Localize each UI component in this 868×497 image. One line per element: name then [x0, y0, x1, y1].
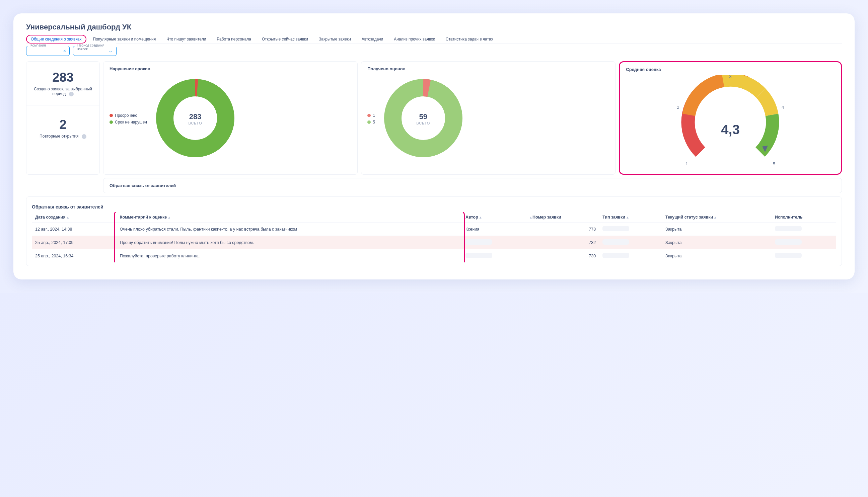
filter-company[interactable]: Компания ×: [26, 46, 70, 56]
col-date[interactable]: Дата создания▲: [32, 212, 116, 223]
tab-закрытые-заявки[interactable]: Закрытые заявки: [315, 35, 355, 43]
cell-comment: Прошу обратить внимание! Полы нужно мыть…: [116, 236, 462, 249]
cell-comment: Пожалуйста, проверьте работу клининга.: [116, 249, 462, 263]
page-title: Универсальный дашборд УК: [26, 23, 842, 31]
gauge-tick-4: 4: [782, 105, 784, 110]
legend-label: Срок не нарушен: [115, 120, 147, 125]
cards-grid: 283 Создано заявок, за выбранный период …: [26, 61, 842, 175]
cell-status: Закрыта: [662, 223, 772, 236]
cell-author: [462, 236, 525, 249]
gauge-tick-2: 2: [677, 105, 679, 110]
cell-status: Закрыта: [662, 236, 772, 249]
cell-assignee: [772, 223, 836, 236]
legend-swatch: [367, 114, 371, 117]
legend-swatch: [367, 120, 371, 124]
cell-assignee: [772, 249, 836, 263]
tab-анализ-прочих-заявок[interactable]: Анализ прочих заявок: [390, 35, 439, 43]
card-ratings-title: Получено оценок: [367, 66, 609, 71]
table-row[interactable]: 25 апр., 2024, 17:09Прошу обратить внима…: [32, 236, 836, 249]
legend-item: 1: [367, 113, 375, 118]
cell-comment: Очень плохо убираться стали. Пыль, фанти…: [116, 223, 462, 236]
tab-открытые-сейчас-заявки[interactable]: Открытые сейчас заявки: [258, 35, 312, 43]
legend-label: Просрочено: [115, 113, 137, 118]
info-icon[interactable]: i: [69, 92, 74, 96]
card-violation-title: Нарушение сроков: [110, 66, 351, 71]
ratings-total: 59: [416, 112, 430, 121]
card-ratings: Получено оценок 15 59 ВСЕГО: [361, 61, 616, 175]
table-row[interactable]: 25 апр., 2024, 16:34Пожалуйста, проверьт…: [32, 249, 836, 263]
ratings-legend: 15: [367, 113, 375, 125]
sort-icon: ▲: [479, 215, 482, 219]
legend-label: 1: [373, 113, 375, 118]
col-number[interactable]: ▲Номер заявки: [525, 212, 599, 223]
gauge-tick-5: 5: [773, 161, 775, 166]
cell-type: [599, 249, 662, 263]
cell-type: [599, 223, 662, 236]
cell-number: 732: [525, 236, 599, 249]
legend-item: Срок не нарушен: [110, 120, 147, 125]
legend-label: 5: [373, 120, 375, 125]
tab-автозадачи[interactable]: Автозадачи: [358, 35, 388, 43]
sort-icon: ▲: [714, 215, 717, 219]
sort-icon: ▲: [626, 215, 629, 219]
sort-icon: ▲: [529, 215, 532, 219]
sort-icon: ▲: [66, 215, 69, 219]
cell-author: [462, 249, 525, 263]
legend-swatch: [110, 120, 113, 124]
violation-total: 283: [188, 112, 202, 121]
cell-status: Закрыта: [662, 249, 772, 263]
violation-legend: ПросроченоСрок не нарушен: [110, 113, 147, 125]
gauge: 4,3 1 2 3 4 5: [677, 75, 784, 169]
cell-number: 778: [525, 223, 599, 236]
tab-общие-сведения-о-заявках[interactable]: Общие сведения о заявках: [26, 35, 86, 43]
legend-swatch: [110, 114, 113, 117]
card-stats: 283 Создано заявок, за выбранный период …: [26, 61, 100, 175]
tab-работа-персонала[interactable]: Работа персонала: [213, 35, 255, 43]
filters-row: Компания × Период создания заявок ↻: [26, 46, 842, 56]
filter-period[interactable]: Период создания заявок ↻: [73, 46, 116, 56]
legend-item: 5: [367, 120, 375, 125]
cell-date: 25 апр., 2024, 16:34: [32, 249, 116, 263]
filter-period-label: Период создания заявок: [76, 43, 116, 51]
stat-created-value: 283: [52, 70, 73, 85]
close-icon[interactable]: ×: [63, 48, 66, 54]
cell-number: 730: [525, 249, 599, 263]
col-type[interactable]: Тип заявки▲: [599, 212, 662, 223]
cell-date: 12 авг., 2024, 14:38: [32, 223, 116, 236]
app-frame: Универсальный дашборд УК Общие сведения …: [13, 13, 855, 280]
stat-created-label: Создано заявок, за выбранный период i: [30, 87, 96, 96]
col-author[interactable]: Автор▲: [462, 212, 525, 223]
card-avg-rating-title: Средняя оценка: [626, 67, 835, 72]
legend-item: Просрочено: [110, 113, 147, 118]
gauge-value: 4,3: [721, 122, 740, 137]
stat-reopened-label: Повторные открытия i: [40, 134, 86, 139]
stat-reopened: 2 Повторные открытия i: [26, 109, 99, 147]
feedback-section-title: Обратная связь от заявителей: [32, 204, 836, 210]
feedback-section: Обратная связь от заявителей Дата создан…: [26, 197, 842, 266]
cell-type: [599, 236, 662, 249]
tabs-row: Общие сведения о заявкахПопулярные заявк…: [26, 35, 842, 44]
gauge-tick-3: 3: [729, 74, 732, 79]
feedback-header-title: Обратная связь от заявителей: [110, 183, 836, 188]
tab-что-пишут-заявители[interactable]: Что пишут заявители: [163, 35, 210, 43]
cell-date: 25 апр., 2024, 17:09: [32, 236, 116, 249]
col-comment[interactable]: Комментарий к оценке▲: [116, 212, 462, 223]
table-row[interactable]: 12 авг., 2024, 14:38Очень плохо убиратьс…: [32, 223, 836, 236]
filter-company-label: Компания: [29, 43, 47, 47]
feedback-table: Дата создания▲ Комментарий к оценке▲ Авт…: [32, 212, 836, 262]
tab-популярные-заявки-и-помещения[interactable]: Популярные заявки и помещения: [89, 35, 160, 43]
card-feedback-header: Обратная связь от заявителей: [103, 178, 842, 193]
card-violation: Нарушение сроков ПросроченоСрок не наруш…: [103, 61, 358, 175]
sort-icon: ▲: [167, 215, 171, 219]
tab-статистика-задач-в-чатах[interactable]: Статистика задач в чатах: [442, 35, 497, 43]
col-status[interactable]: Текущий статус заявки▲: [662, 212, 772, 223]
violation-total-label: ВСЕГО: [188, 121, 202, 125]
col-assignee[interactable]: Исполнитель: [772, 212, 836, 223]
stat-reopened-value: 2: [59, 117, 66, 132]
ratings-total-label: ВСЕГО: [416, 121, 430, 125]
card-avg-rating: Средняя оценка: [619, 61, 842, 175]
info-icon[interactable]: i: [82, 134, 86, 139]
gauge-tick-1: 1: [686, 161, 688, 166]
cell-author: Ксения: [462, 223, 525, 236]
cell-assignee: [772, 236, 836, 249]
